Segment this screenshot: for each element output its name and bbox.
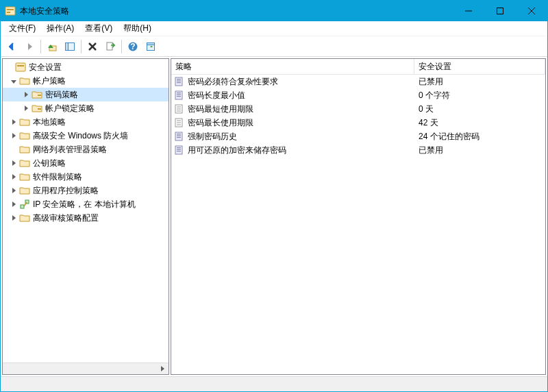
folder-icon bbox=[19, 117, 30, 127]
list-item[interactable]: 强制密码历史 24 个记住的密码 bbox=[171, 130, 545, 143]
statusbar bbox=[1, 376, 547, 391]
column-header-security-setting[interactable]: 安全设置 bbox=[414, 59, 545, 74]
tree-label: 安全设置 bbox=[29, 62, 66, 73]
tree-label: 帐户策略 bbox=[33, 75, 70, 87]
tree-item-public-key-policies[interactable]: 公钥策略 bbox=[3, 156, 169, 170]
tree-item-advanced-audit[interactable]: 高级审核策略配置 bbox=[3, 211, 169, 225]
list-body: 密码必须符合复杂性要求 已禁用 密码长度最小值 0 个字符 密码最短使用期限 bbox=[171, 75, 545, 374]
menubar: 文件(F) 操作(A) 查看(V) 帮助(H) bbox=[1, 21, 547, 36]
toolbar: ? bbox=[1, 36, 547, 57]
menu-file[interactable]: 文件(F) bbox=[3, 21, 41, 36]
up-button[interactable] bbox=[44, 38, 60, 55]
chevron-right-icon[interactable] bbox=[8, 158, 19, 168]
app-icon bbox=[1, 5, 20, 16]
chevron-right-icon[interactable] bbox=[21, 90, 32, 99]
policy-icon bbox=[174, 131, 185, 142]
horizontal-scrollbar[interactable] bbox=[3, 363, 169, 374]
svg-rect-30 bbox=[177, 96, 181, 97]
delete-button[interactable] bbox=[84, 38, 101, 55]
tree-label: 密码策略 bbox=[45, 89, 82, 101]
svg-rect-25 bbox=[177, 81, 181, 82]
forward-button[interactable] bbox=[21, 38, 38, 55]
list-item[interactable]: 密码最长使用期限 42 天 bbox=[171, 116, 545, 130]
svg-rect-42 bbox=[177, 137, 181, 138]
chevron-right-icon[interactable] bbox=[8, 117, 19, 127]
policy-icon bbox=[174, 145, 185, 156]
policy-value: 24 个记住的密码 bbox=[414, 131, 545, 143]
list-item[interactable]: 密码最短使用期限 0 天 bbox=[171, 102, 545, 116]
list-item[interactable]: 密码长度最小值 0 个字符 bbox=[171, 88, 545, 102]
policy-name: 密码最短使用期限 bbox=[188, 103, 253, 115]
close-button[interactable] bbox=[516, 1, 547, 21]
column-header-policy[interactable]: 策略 bbox=[171, 59, 414, 74]
tree-item-account-lockout-policy[interactable]: 帐户锁定策略 bbox=[3, 101, 169, 115]
show-console-tree-button[interactable] bbox=[62, 38, 78, 55]
svg-rect-12 bbox=[107, 42, 112, 50]
list-header: 策略 安全设置 bbox=[171, 59, 545, 75]
svg-rect-21 bbox=[21, 205, 24, 208]
list-item[interactable]: 用可还原的加密来储存密码 已禁用 bbox=[171, 143, 545, 157]
window: 本地安全策略 文件(F) 操作(A) 查看(V) 帮助(H) bbox=[0, 0, 548, 392]
chevron-right-icon[interactable] bbox=[8, 172, 19, 182]
policy-value: 0 个字符 bbox=[414, 90, 545, 101]
list-pane: 策略 安全设置 密码必须符合复杂性要求 已禁用 密码长度最小值 0 个 bbox=[171, 58, 546, 375]
chevron-down-icon[interactable] bbox=[8, 76, 19, 86]
content-body: 安全设置 帐户策略 密码策略 bbox=[1, 57, 547, 376]
policy-name: 密码长度最小值 bbox=[188, 90, 245, 101]
tree-item-network-list-manager[interactable]: 网络列表管理器策略 bbox=[3, 143, 169, 156]
tree-label: 帐户锁定策略 bbox=[45, 103, 99, 114]
tree-pane: 安全设置 帐户策略 密码策略 bbox=[2, 58, 169, 375]
tree-item-application-control[interactable]: 应用程序控制策略 bbox=[3, 184, 169, 197]
menu-help[interactable]: 帮助(H) bbox=[118, 21, 157, 36]
minimize-button[interactable] bbox=[453, 1, 484, 21]
svg-rect-4 bbox=[497, 8, 503, 14]
window-controls bbox=[453, 1, 547, 21]
toolbar-separator bbox=[40, 40, 41, 53]
policy-name: 用可还原的加密来储存密码 bbox=[188, 145, 286, 156]
svg-rect-16 bbox=[147, 42, 155, 45]
menu-view[interactable]: 查看(V) bbox=[79, 21, 118, 36]
tree-root[interactable]: 安全设置 bbox=[3, 60, 169, 74]
list-item[interactable]: 密码必须符合复杂性要求 已禁用 bbox=[171, 75, 545, 88]
tree-label: IP 安全策略，在 本地计算机 bbox=[33, 199, 140, 210]
toolbar-separator bbox=[81, 40, 82, 53]
tree-item-account-policies[interactable]: 帐户策略 bbox=[3, 74, 169, 88]
chevron-right-icon[interactable] bbox=[8, 199, 19, 209]
toolbar-separator bbox=[121, 40, 122, 53]
tree-label: 网络列表管理器策略 bbox=[33, 144, 111, 156]
chevron-right-icon[interactable] bbox=[21, 103, 32, 113]
policy-icon bbox=[174, 117, 185, 128]
svg-rect-27 bbox=[175, 91, 182, 99]
maximize-button[interactable] bbox=[484, 1, 516, 21]
tree-item-local-policies[interactable]: 本地策略 bbox=[3, 115, 169, 129]
titlebar: 本地安全策略 bbox=[1, 1, 547, 21]
tree: 安全设置 帐户策略 密码策略 bbox=[3, 59, 169, 363]
folder-icon bbox=[19, 171, 30, 182]
tree-item-password-policy[interactable]: 密码策略 bbox=[3, 88, 169, 101]
help-button[interactable]: ? bbox=[125, 38, 141, 55]
tree-label: 应用程序控制策略 bbox=[33, 185, 103, 197]
svg-rect-41 bbox=[177, 136, 181, 136]
svg-rect-43 bbox=[175, 146, 182, 154]
menu-action[interactable]: 操作(A) bbox=[41, 21, 79, 36]
svg-rect-29 bbox=[177, 95, 181, 95]
tree-item-ip-security[interactable]: IP 安全策略，在 本地计算机 bbox=[3, 197, 169, 211]
properties-button[interactable] bbox=[142, 38, 159, 55]
folder-icon bbox=[19, 212, 30, 223]
ip-security-icon bbox=[19, 199, 30, 210]
scroll-right-icon[interactable] bbox=[157, 363, 169, 375]
tree-item-windows-firewall[interactable]: 高级安全 Windows 防火墙 bbox=[3, 129, 169, 143]
tree-label: 软件限制策略 bbox=[33, 171, 86, 183]
chevron-right-icon[interactable] bbox=[8, 213, 19, 223]
svg-rect-28 bbox=[177, 93, 181, 93]
policy-value: 已禁用 bbox=[414, 145, 545, 156]
policy-icon bbox=[174, 90, 185, 101]
chevron-right-icon[interactable] bbox=[8, 131, 19, 140]
back-button[interactable] bbox=[3, 38, 20, 55]
svg-rect-19 bbox=[38, 95, 41, 96]
tree-item-software-restriction[interactable]: 软件限制策略 bbox=[3, 170, 169, 184]
svg-rect-46 bbox=[177, 151, 181, 151]
export-button[interactable] bbox=[102, 38, 119, 55]
folder-icon bbox=[19, 144, 30, 155]
chevron-right-icon[interactable] bbox=[8, 186, 19, 195]
